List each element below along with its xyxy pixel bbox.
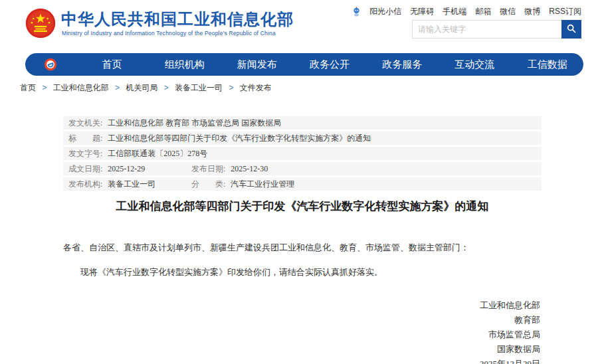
meta-value: 装备工业一司 xyxy=(108,179,155,189)
nav-item-gov-services[interactable]: 政务服务 xyxy=(366,58,439,71)
nav-item-organization[interactable]: 组织机构 xyxy=(148,58,221,71)
nav-item-news[interactable]: 新闻发布 xyxy=(221,58,293,71)
meta-value: 2025-12-29 xyxy=(108,164,145,173)
meta-label: 标 题: xyxy=(68,134,102,143)
meta-label: 发布日期: xyxy=(191,164,225,173)
signature-date: 2025年12月29日 xyxy=(63,357,540,364)
nav-item-interaction[interactable]: 互动交流 xyxy=(439,58,511,71)
breadcrumb-separator: > xyxy=(42,83,47,92)
quick-link-accessibility[interactable]: 无障碍 xyxy=(410,6,434,17)
meta-value: 汽车工业行业管理 xyxy=(231,179,294,189)
body-paragraph: 现将《汽车行业数字化转型实施方案》印发给你们，请结合实际认真抓好落实。 xyxy=(63,265,542,280)
meta-value: 工业和信息化部 教育部 市场监管总局 国家数据局 xyxy=(108,118,281,128)
salutation-paragraph: 各省、自治区、直辖市及计划单列市、新疆生产建设兵团工业和信息化、教育、市场监管、… xyxy=(63,240,542,255)
nav-item-home[interactable]: 首页 xyxy=(76,58,148,71)
signature-samr: 市场监管总局 xyxy=(63,327,540,342)
breadcrumb-equipment-dept[interactable]: 装备工业一司 xyxy=(175,83,223,92)
breadcrumb: 首页 > 工业和信息化部 > 机关司局 > 装备工业一司 > 文件发布 xyxy=(20,82,272,94)
magnifier-icon xyxy=(566,23,577,36)
national-emblem-icon xyxy=(25,7,56,39)
meta-label: 发文机关: xyxy=(68,118,102,128)
document-body: 各省、自治区、直辖市及计划单列市、新疆生产建设兵团工业和信息化、教育、市场监管、… xyxy=(63,240,542,280)
breadcrumb-miit[interactable]: 工业和信息化部 xyxy=(53,83,109,92)
quick-link-sunshine[interactable]: 阳光小信 xyxy=(369,6,401,17)
signature-moe: 教育部 xyxy=(63,313,540,327)
breadcrumb-document-release[interactable]: 文件发布 xyxy=(240,83,272,92)
search-bar xyxy=(412,20,581,39)
document-meta-table: 发文机关:工业和信息化部 教育部 市场监管总局 国家数据局 标 题:工业和信息化… xyxy=(63,116,542,193)
quick-link-weibo[interactable]: 微博 xyxy=(524,6,540,17)
search-input[interactable] xyxy=(412,20,561,39)
meta-label: 发布机构: xyxy=(68,179,102,189)
mascot-icon xyxy=(352,7,361,17)
breadcrumb-separator: > xyxy=(115,83,120,92)
document-title: 工业和信息化部等四部门关于印发《汽车行业数字化转型实施方案》的通知 xyxy=(63,199,542,214)
meta-value: 工业和信息化部等四部门关于印发《汽车行业数字化转型实施方案》的通知 xyxy=(108,134,371,143)
meta-row-dates: 成文日期:2025-12-29 发布日期:2025-12-30 xyxy=(63,162,542,175)
meta-row-publisher-category: 发布机构:装备工业一司 分 类:汽车工业行业管理 xyxy=(63,177,542,191)
signature-miit: 工业和信息化部 xyxy=(63,298,540,313)
quick-link-rss[interactable]: RSS订阅 xyxy=(549,6,581,17)
search-button[interactable] xyxy=(561,20,581,39)
quick-link-wechat[interactable]: 微信 xyxy=(500,6,516,17)
meta-value: 工信部联通装〔2025〕278号 xyxy=(108,149,207,158)
breadcrumb-departments[interactable]: 机关司局 xyxy=(126,83,157,92)
site-subtitle: Ministry of Industry and Information Tec… xyxy=(62,30,276,37)
quick-link-mail[interactable]: 邮箱 xyxy=(475,6,491,17)
meta-label: 成文日期: xyxy=(68,164,102,173)
signature-block: 工业和信息化部 教育部 市场监管总局 国家数据局 2025年12月29日 xyxy=(63,298,540,364)
quick-link-mobile[interactable]: 手机端 xyxy=(443,6,466,17)
breadcrumb-separator: > xyxy=(229,83,233,92)
site-title: 中华人民共和国工业和信息化部 xyxy=(61,9,294,30)
meta-row-doc-number: 发文字号:工信部联通装〔2025〕278号 xyxy=(63,147,542,160)
quick-links: 阳光小信 无障碍 手机端 邮箱 微信 微博 RSS订阅 xyxy=(352,6,581,17)
main-nav: 首页 组织机构 新闻发布 政务公开 政务服务 互动交流 工信数据 xyxy=(25,53,583,76)
meta-label: 发文字号: xyxy=(68,149,102,158)
miit-gear-logo-icon xyxy=(25,57,76,72)
signature-nda: 国家数据局 xyxy=(63,342,540,357)
meta-value: 2025-12-30 xyxy=(231,164,268,173)
site-header: 中华人民共和国工业和信息化部 Ministry of Industry and … xyxy=(0,0,598,48)
nav-item-gov-disclosure[interactable]: 政务公开 xyxy=(293,58,365,71)
breadcrumb-home[interactable]: 首页 xyxy=(20,83,36,92)
meta-label: 分 类: xyxy=(191,179,225,189)
meta-row-issuing-agency: 发文机关:工业和信息化部 教育部 市场监管总局 国家数据局 xyxy=(63,116,542,130)
breadcrumb-separator: > xyxy=(164,83,169,92)
nav-item-data[interactable]: 工信数据 xyxy=(511,58,583,71)
meta-row-title: 标 题:工业和信息化部等四部门关于印发《汽车行业数字化转型实施方案》的通知 xyxy=(63,132,542,145)
